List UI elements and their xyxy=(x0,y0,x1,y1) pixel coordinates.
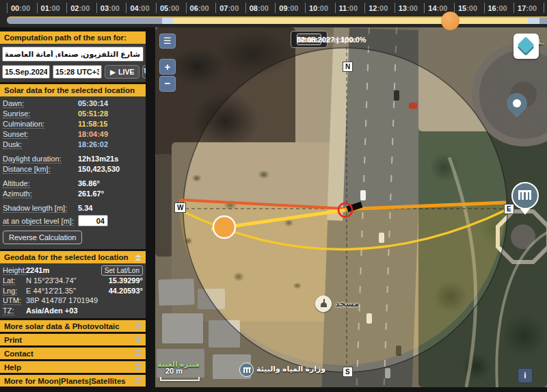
expand-icon xyxy=(135,323,142,329)
mosque-poi-icon[interactable] xyxy=(315,296,332,312)
zoom-in-button[interactable]: + xyxy=(159,59,176,75)
hour-label: 02:00 xyxy=(66,0,96,16)
hour-label: 01:00 xyxy=(37,0,67,16)
scale-bar xyxy=(160,377,200,381)
night-segment xyxy=(7,16,162,24)
lng-label: Lng: xyxy=(3,286,26,296)
reverse-calculation-button[interactable]: Reverse Calculation xyxy=(3,231,82,244)
accordion-more-for-moon-planets-satellites[interactable]: More for Moon|Planets|Satellites xyxy=(0,375,146,387)
lng-row: Lng: E 44°12'21.35'' 44.20593° xyxy=(3,286,143,296)
expand-icon xyxy=(135,337,142,343)
utm-label: UTM: xyxy=(3,296,26,306)
tz-row: TZ: Asia/Aden +03 xyxy=(3,306,143,316)
content-row: Computation path of the sun for: ▶ LIVE … xyxy=(0,27,547,392)
zoom-out-button[interactable]: − xyxy=(159,76,176,92)
collapse-icon[interactable] xyxy=(135,254,142,261)
eclipse-value: 02.08.2027 | 100.0% xyxy=(297,36,366,44)
address-input[interactable] xyxy=(2,47,144,62)
hour-label: 13:00 xyxy=(395,0,425,16)
solar-row: Distance [km]:150,423,530 xyxy=(3,164,143,174)
tz-value: Asia/Aden +03 xyxy=(26,306,143,316)
set-latlon-button[interactable]: Set Lat/Lon xyxy=(101,265,143,276)
solar-row: Sunrise:05:51:28 xyxy=(3,109,143,119)
accordion-label: More for Moon|Planets|Satellites xyxy=(4,377,126,385)
day-progress-bar[interactable] xyxy=(0,16,547,24)
hour-label: 12:00 xyxy=(364,0,395,16)
solar-data-header-label: Solar data for the selected location xyxy=(4,86,135,94)
east-label: E xyxy=(504,204,514,214)
time-slider-handle[interactable] xyxy=(441,12,459,30)
solar-row: Shadow length [m]:5.34 xyxy=(3,203,143,213)
suncalc-page: 00:0001:0002:0003:0004:0005:0006:0007:00… xyxy=(0,0,547,392)
museum-icon xyxy=(518,190,531,200)
solar-row: Altitude:36.86° xyxy=(3,179,143,189)
object-level-label: at an object level [m]: xyxy=(3,217,78,225)
hour-label: 05:00 xyxy=(156,0,186,16)
solar-row: Daylight duration:12h13m21s xyxy=(3,154,143,164)
accordion-label: More solar data & Photovoltaic xyxy=(4,322,120,330)
geodata-header[interactable]: Geodata for the selected location xyxy=(0,251,146,263)
date-input[interactable] xyxy=(2,65,50,79)
height-row: Height: 2241m Set Lat/Lon xyxy=(3,265,143,276)
ministry-label: وزارة المياه والبيئة xyxy=(256,365,325,374)
sun-path-overlay xyxy=(155,27,547,387)
object-level-input[interactable] xyxy=(78,215,108,226)
accordion-contact[interactable]: Contact xyxy=(0,348,146,359)
accordion-label: Print xyxy=(4,336,22,344)
map-layers-button[interactable] xyxy=(513,34,539,59)
map-canvas[interactable]: N S W E here Total solar eclipse: 02.08.… xyxy=(155,27,547,387)
solar-data-header: Solar data for the selected location xyxy=(0,84,146,96)
west-label: W xyxy=(174,202,186,213)
lng-dms: E 44°12'21.35'' xyxy=(26,286,109,296)
lat-decimal: 15.39299° xyxy=(109,276,143,286)
geodata-rows: Height: 2241m Set Lat/Lon Lat: N 15°23'3… xyxy=(0,263,146,318)
utm-value: 38P 414787 1701949 xyxy=(26,296,143,306)
geodata-header-label: Geodata for the selected location xyxy=(4,253,128,261)
solar-row: Dusk:18:26:02 xyxy=(3,140,143,150)
solar-row: Sunset:18:04:49 xyxy=(3,129,143,140)
live-button-label: LIVE xyxy=(118,68,134,76)
hour-label: 09:00 xyxy=(275,0,305,16)
refresh-button[interactable]: ↻ xyxy=(142,65,146,79)
height-value: 2241m xyxy=(26,265,101,276)
map-menu-button[interactable]: ☰ xyxy=(159,34,176,49)
computation-header: Computation path of the sun for: xyxy=(0,31,146,44)
expand-icon xyxy=(135,364,142,370)
scale-label: 20 m xyxy=(165,367,183,375)
sidebar: Computation path of the sun for: ▶ LIVE … xyxy=(0,27,146,392)
expand-icon xyxy=(135,378,142,384)
hour-label: 16:00 xyxy=(484,0,514,16)
hour-label: 04:00 xyxy=(126,0,156,16)
dusk-twilight-segment xyxy=(528,16,539,24)
night-segment xyxy=(539,16,547,24)
time-input[interactable] xyxy=(53,65,102,79)
solar-data-section: Solar data for the selected location Daw… xyxy=(0,84,146,249)
accordion-label: Help xyxy=(4,363,21,371)
utm-row: UTM: 38P 414787 1701949 xyxy=(3,296,143,306)
computation-section: Computation path of the sun for: ▶ LIVE … xyxy=(0,31,146,82)
daylight-segment xyxy=(173,16,528,24)
layers-icon xyxy=(517,36,534,53)
tz-label: TZ: xyxy=(3,306,26,316)
lat-label: Lat: xyxy=(3,276,26,286)
hour-label: 18:00 xyxy=(544,0,547,16)
accordion-help[interactable]: Help xyxy=(0,361,146,373)
accordion-more-solar-data-photovoltaic[interactable]: More solar data & Photovoltaic xyxy=(0,320,146,332)
accordion-label: Contact xyxy=(4,350,34,358)
live-button[interactable]: ▶ LIVE xyxy=(105,65,139,79)
hour-label: 17:00 xyxy=(513,0,544,16)
object-level-row: at an object level [m]: xyxy=(0,213,146,226)
museum-poi-pin[interactable] xyxy=(511,182,539,209)
hour-label: 06:00 xyxy=(186,0,216,16)
info-button[interactable]: i xyxy=(518,368,533,383)
geodata-section: Geodata for the selected location Height… xyxy=(0,251,146,318)
hour-label: 00:00 xyxy=(7,0,37,16)
computation-header-label: Computation path of the sun for: xyxy=(4,34,126,42)
sun-marker[interactable] xyxy=(213,216,235,238)
solar-row: Azimuth:261.67° xyxy=(3,189,143,199)
solar-rows: Dawn:05:30:14Sunrise:05:51:28Culmination… xyxy=(0,96,146,213)
accordion-print[interactable]: Print xyxy=(0,334,146,345)
hour-label: 03:00 xyxy=(96,0,126,16)
ministry-poi-icon[interactable] xyxy=(239,363,254,377)
height-label: Height: xyxy=(3,265,26,276)
